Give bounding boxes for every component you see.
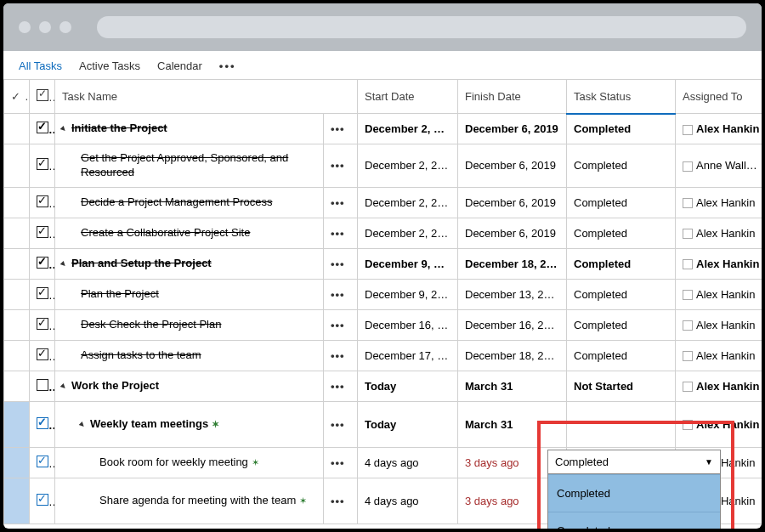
row-select-gutter[interactable] <box>4 447 30 478</box>
start-date-cell[interactable]: December 2, 2019 <box>358 187 458 218</box>
row-checkbox-cell[interactable] <box>30 371 55 401</box>
row-select-gutter[interactable] <box>4 340 30 371</box>
row-checkbox-cell[interactable] <box>30 218 55 248</box>
task-name-cell[interactable]: Decide a Project Management Process <box>55 187 324 218</box>
task-row[interactable]: Get the Project Approved, Sponsored, and… <box>4 144 762 188</box>
status-cell[interactable]: Completed <box>567 218 676 248</box>
row-checkbox-cell[interactable] <box>30 114 55 144</box>
status-cell[interactable]: Completed <box>567 187 676 218</box>
col-task-name[interactable]: Task Name <box>55 80 358 114</box>
status-cell[interactable]: Completed <box>567 340 676 371</box>
row-more-icon[interactable]: ••• <box>324 447 358 478</box>
finish-date-cell[interactable]: December 6, 2019 <box>458 144 567 188</box>
complete-checkbox[interactable] <box>37 417 48 429</box>
status-dropdown[interactable]: Completed ▼ Completed Completed <box>547 450 721 529</box>
start-date-cell[interactable]: December 16, 2019 <box>358 309 458 340</box>
row-select-gutter[interactable] <box>4 478 30 524</box>
status-cell[interactable]: Completed <box>567 114 676 144</box>
finish-date-cell[interactable]: December 16, 2019 <box>458 309 567 340</box>
status-cell[interactable]: Completed <box>567 144 676 188</box>
finish-date-cell[interactable]: March 31 <box>458 401 567 447</box>
start-date-cell[interactable]: 4 days ago <box>358 447 458 478</box>
complete-checkbox[interactable] <box>37 456 48 467</box>
assigned-checkbox[interactable] <box>683 198 693 208</box>
start-date-cell[interactable]: December 9, 2019 <box>358 248 458 279</box>
row-select-gutter[interactable] <box>4 248 30 279</box>
complete-checkbox[interactable] <box>37 494 48 506</box>
row-select-gutter[interactable] <box>4 401 30 447</box>
row-checkbox-cell[interactable] <box>30 248 55 279</box>
start-date-cell[interactable]: December 17, 2019 <box>358 340 458 371</box>
window-dot-1[interactable] <box>19 21 31 33</box>
task-name-cell[interactable]: Book room for weekly meeting <box>55 447 324 478</box>
assigned-cell[interactable]: Alex Hankin <box>676 248 762 279</box>
start-date-cell[interactable]: Today <box>358 371 458 401</box>
row-select-gutter[interactable] <box>4 114 30 144</box>
row-more-icon[interactable]: ••• <box>324 340 358 371</box>
task-name-cell[interactable]: Share agenda for meeting with the team <box>55 478 324 524</box>
tab-all-tasks[interactable]: All Tasks <box>19 59 62 72</box>
row-checkbox-cell[interactable] <box>30 279 55 309</box>
row-more-icon[interactable]: ••• <box>324 309 358 340</box>
row-select-gutter[interactable] <box>4 371 30 401</box>
assigned-checkbox[interactable] <box>683 420 693 430</box>
start-date-cell[interactable]: December 9, 2019 <box>358 279 458 309</box>
row-checkbox-cell[interactable] <box>30 144 55 188</box>
assigned-cell[interactable]: Alex Hankin <box>676 218 762 248</box>
status-dropdown-selected[interactable]: Completed ▼ <box>548 450 720 474</box>
assigned-cell[interactable]: Alex Hankin <box>676 279 762 309</box>
assigned-cell[interactable]: Alex Hankin <box>676 401 762 447</box>
window-dot-2[interactable] <box>39 21 51 33</box>
col-task-status[interactable]: Task Status <box>567 80 676 114</box>
task-row[interactable]: Decide a Project Management Process•••De… <box>4 187 762 218</box>
row-select-gutter[interactable] <box>4 187 30 218</box>
col-assigned-to[interactable]: Assigned To <box>676 80 762 114</box>
start-date-cell[interactable]: December 2, 2019 <box>358 114 458 144</box>
complete-checkbox[interactable] <box>37 348 48 360</box>
task-name-cell[interactable]: Plan and Setup the Project <box>55 248 324 279</box>
row-more-icon[interactable]: ••• <box>324 279 358 309</box>
expand-caret-icon[interactable] <box>62 122 71 134</box>
assigned-cell[interactable]: Alex Hankin <box>676 187 762 218</box>
assigned-checkbox[interactable] <box>683 290 693 300</box>
task-name-cell[interactable]: Plan the Project <box>55 279 324 309</box>
row-checkbox-cell[interactable] <box>30 478 55 524</box>
assigned-cell[interactable]: Anne Wallace <box>676 144 762 188</box>
expand-caret-icon[interactable] <box>62 257 71 269</box>
task-name-cell[interactable]: Create a Collaborative Project Site <box>55 218 324 248</box>
task-row[interactable]: Plan and Setup the Project•••December 9,… <box>4 248 762 279</box>
row-more-icon[interactable]: ••• <box>324 187 358 218</box>
task-row[interactable]: Plan the Project•••December 9, 2019Decem… <box>4 279 762 309</box>
task-name-cell[interactable]: Work the Project <box>55 371 324 401</box>
status-option-0[interactable]: Completed <box>548 474 720 512</box>
task-row[interactable]: Desk Check the Project Plan•••December 1… <box>4 309 762 340</box>
task-name-cell[interactable]: Weekly team meetings <box>55 401 324 447</box>
col-select[interactable]: ✓ <box>4 80 30 114</box>
finish-date-cell[interactable]: December 6, 2019 <box>458 187 567 218</box>
row-more-icon[interactable]: ••• <box>324 371 358 401</box>
complete-checkbox[interactable] <box>37 318 48 330</box>
row-more-icon[interactable]: ••• <box>324 218 358 248</box>
row-more-icon[interactable]: ••• <box>324 114 358 144</box>
finish-date-cell[interactable]: December 13, 2019 <box>458 279 567 309</box>
assigned-checkbox[interactable] <box>683 229 693 239</box>
start-date-cell[interactable]: December 2, 2019 <box>358 218 458 248</box>
start-date-cell[interactable]: Today <box>358 401 458 447</box>
status-cell[interactable]: Completed <box>567 279 676 309</box>
task-name-cell[interactable]: Get the Project Approved, Sponsored, and… <box>55 144 324 188</box>
task-row[interactable]: Initiate the Project•••December 2, 2019D… <box>4 114 762 144</box>
complete-checkbox[interactable] <box>37 287 48 299</box>
start-date-cell[interactable]: December 2, 2019 <box>358 144 458 188</box>
complete-checkbox[interactable] <box>37 158 48 170</box>
row-select-gutter[interactable] <box>4 144 30 188</box>
row-select-gutter[interactable] <box>4 279 30 309</box>
row-checkbox-cell[interactable] <box>30 187 55 218</box>
row-checkbox-cell[interactable] <box>30 447 55 478</box>
row-more-icon[interactable]: ••• <box>324 144 358 188</box>
finish-date-cell[interactable]: December 6, 2019 <box>458 218 567 248</box>
address-bar[interactable] <box>97 16 746 38</box>
assigned-cell[interactable]: Alex Hankin <box>676 309 762 340</box>
assigned-cell[interactable]: Alex Hankin <box>676 340 762 371</box>
status-cell[interactable] <box>567 401 676 447</box>
task-row[interactable]: Work the Project•••TodayMarch 31Not Star… <box>4 371 762 401</box>
